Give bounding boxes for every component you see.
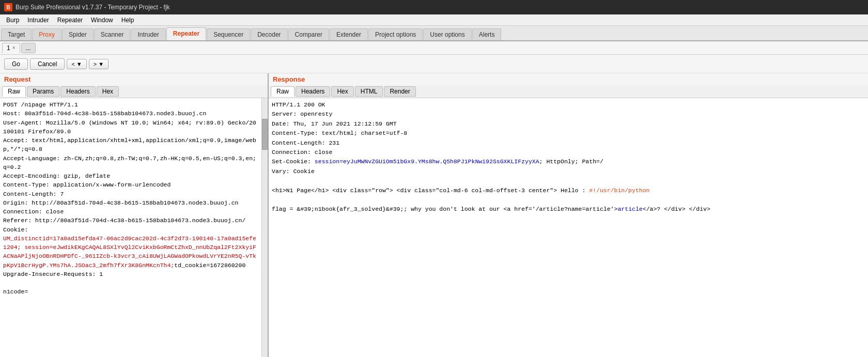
go-button[interactable]: Go (4, 58, 28, 70)
menu-bar: Burp Intruder Repeater Window Help (0, 14, 868, 26)
response-body-area: HTTP/1.1 200 OK Server: openresty Date: … (269, 98, 868, 357)
response-tab-render[interactable]: Render (384, 86, 415, 97)
tab-intruder[interactable]: Intruder (131, 28, 165, 40)
request-scrollbar[interactable] (261, 98, 268, 357)
tab-project-options[interactable]: Project options (368, 28, 423, 40)
request-tab-bar: Raw Params Headers Hex (0, 85, 268, 98)
tab-user-options[interactable]: User options (423, 28, 471, 40)
tab-sequencer[interactable]: Sequencer (207, 28, 250, 40)
nav-back-button[interactable]: < ▼ (67, 59, 86, 69)
request-tab-raw[interactable]: Raw (2, 86, 26, 97)
request-pane: Request Raw Params Headers Hex POST /n1p… (0, 73, 269, 357)
toolbar: Go Cancel < ▼ > ▼ (0, 55, 868, 73)
flag-line: flag = &#39;n1book{afr_3_solved}&#39;; w… (272, 206, 710, 212)
response-tab-hex[interactable]: Hex (331, 86, 353, 97)
response-header: Response (269, 73, 868, 85)
app-icon: B (4, 3, 12, 11)
set-cookie-value: session=eyJuMWNvZGUiOm51bGx9.YMs8hw.Q5h8… (315, 158, 539, 165)
request-body-text[interactable]: POST /n1page HTTP/1.1 Host: 80a3f51d-704… (0, 98, 261, 357)
app-title: Burp Suite Professional v1.7.37 - Tempor… (16, 4, 170, 11)
request-body-area: POST /n1page HTTP/1.1 Host: 80a3f51d-704… (0, 98, 268, 357)
repeater-tab-dots[interactable]: ... (21, 43, 36, 53)
menu-burp[interactable]: Burp (2, 15, 23, 25)
repeater-tab-bar: 1 × ... (0, 41, 868, 55)
tab-repeater[interactable]: Repeater (166, 27, 206, 40)
request-tab-params[interactable]: Params (27, 86, 59, 97)
response-tab-raw[interactable]: Raw (271, 86, 295, 97)
repeater-tab-close[interactable]: × (12, 45, 16, 51)
tab-comparer[interactable]: Comparer (288, 28, 329, 40)
menu-help[interactable]: Help (117, 15, 138, 25)
request-scrollbar-thumb[interactable] (262, 119, 268, 150)
repeater-tab-1-label: 1 (7, 44, 10, 52)
repeater-tab-1[interactable]: 1 × (2, 43, 20, 53)
main-tab-bar: Target Proxy Spider Scanner Intruder Rep… (0, 26, 868, 41)
title-bar: B Burp Suite Professional v1.7.37 - Temp… (0, 0, 868, 14)
content-area: Request Raw Params Headers Hex POST /n1p… (0, 73, 868, 357)
nav-forward-button[interactable]: > ▼ (89, 59, 109, 69)
response-tab-headers[interactable]: Headers (296, 86, 330, 97)
response-tab-bar: Raw Headers Hex HTML Render (269, 85, 868, 98)
request-tab-headers[interactable]: Headers (60, 86, 95, 97)
request-header: Request (0, 73, 268, 85)
menu-window[interactable]: Window (87, 15, 117, 25)
response-pane: Response Raw Headers Hex HTML Render HTT… (269, 73, 868, 357)
tab-spider[interactable]: Spider (62, 28, 94, 40)
tab-scanner[interactable]: Scanner (94, 28, 131, 40)
request-tab-hex[interactable]: Hex (97, 86, 119, 97)
tab-target[interactable]: Target (1, 28, 32, 40)
response-tab-html[interactable]: HTML (355, 86, 383, 97)
cancel-button[interactable]: Cancel (30, 58, 65, 70)
cookie-value: UM_distinctid=17a0ad15efda47-06ac2d9cac2… (3, 235, 256, 269)
response-hello-value: #!/usr/bin/python (589, 187, 649, 194)
tab-proxy[interactable]: Proxy (32, 28, 61, 40)
tab-decoder[interactable]: Decoder (251, 28, 287, 40)
response-body-text[interactable]: HTTP/1.1 200 OK Server: openresty Date: … (269, 98, 868, 357)
tab-extender[interactable]: Extender (330, 28, 368, 40)
menu-intruder[interactable]: Intruder (23, 15, 53, 25)
tab-alerts[interactable]: Alerts (472, 28, 502, 40)
menu-repeater[interactable]: Repeater (53, 15, 87, 25)
response-article-link: article (617, 206, 642, 212)
